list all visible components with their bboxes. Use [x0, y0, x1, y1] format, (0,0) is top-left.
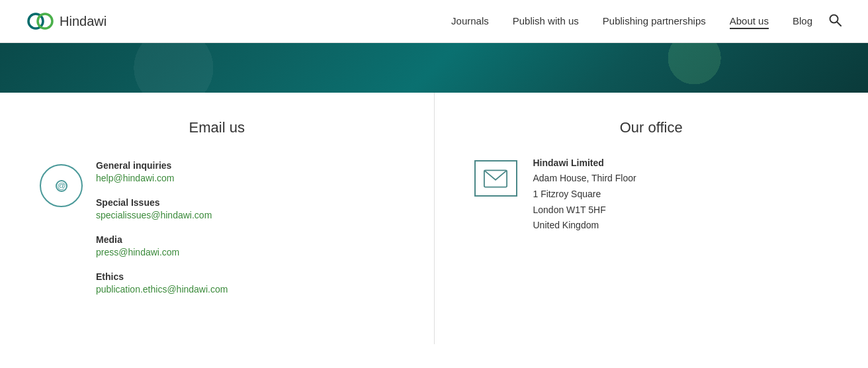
nav-item-publish[interactable]: Publish with us	[513, 15, 579, 27]
contact-ethics: Ethics publication.ethics@hindawi.com	[96, 271, 228, 295]
nav-item-journals[interactable]: Journals	[451, 15, 489, 27]
svg-text:@: @	[57, 181, 65, 191]
svg-line-3	[837, 22, 841, 26]
media-email[interactable]: press@hindawi.com	[96, 247, 179, 257]
contact-entries: General inquiries help@hindawi.com Speci…	[96, 158, 228, 295]
nav-link-publish[interactable]: Publish with us	[513, 15, 579, 26]
email-section: Email us @ General inquiries help@hindaw…	[0, 93, 435, 344]
hero-banner	[0, 43, 868, 93]
at-sign-icon: @	[51, 175, 72, 197]
nav-item-blog[interactable]: Blog	[793, 15, 812, 27]
address-line-1: Adam House, Third Floor	[533, 171, 636, 187]
nav-item-about[interactable]: About us	[730, 15, 769, 27]
nav-link-blog[interactable]: Blog	[793, 15, 812, 26]
contact-media: Media press@hindawi.com	[96, 234, 228, 258]
address-line-2: 1 Fitzroy Square	[533, 187, 636, 203]
contact-special-issues: Special Issues specialissues@hindawi.com	[96, 197, 228, 221]
nav-links: Journals Publish with us Publishing part…	[451, 15, 812, 27]
email-section-title: Email us	[40, 119, 394, 136]
office-content: Hindawi Limited Adam House, Third Floor …	[474, 158, 829, 234]
address-line-4: United Kingdom	[533, 218, 636, 234]
nav-link-journals[interactable]: Journals	[451, 15, 489, 26]
content-area: Email us @ General inquiries help@hindaw…	[0, 93, 868, 344]
envelope-icon	[484, 169, 507, 188]
logo-icon	[26, 7, 54, 35]
special-issues-email[interactable]: specialissues@hindawi.com	[96, 210, 212, 220]
nav-link-partnerships[interactable]: Publishing partnerships	[603, 15, 706, 26]
logo-link[interactable]: Hindawi	[26, 7, 107, 35]
contact-item-group: @ General inquiries help@hindawi.com Spe…	[40, 158, 394, 295]
nav-item-partnerships[interactable]: Publishing partnerships	[603, 15, 706, 27]
address-line-3: London W1T 5HF	[533, 203, 636, 218]
office-section-title: Our office	[474, 119, 829, 136]
contact-general: General inquiries help@hindawi.com	[96, 160, 228, 184]
ethics-label: Ethics	[96, 271, 228, 282]
email-icon-wrap: @	[40, 164, 83, 207]
general-email[interactable]: help@hindawi.com	[96, 173, 175, 183]
svg-point-1	[38, 14, 52, 28]
logo-text: Hindawi	[60, 14, 107, 29]
office-info: Hindawi Limited Adam House, Third Floor …	[533, 158, 636, 234]
envelope-icon-wrap	[474, 160, 517, 197]
main-nav: Hindawi Journals Publish with us Publish…	[0, 0, 868, 43]
office-section: Our office Hindawi Limited Adam House, T…	[435, 93, 869, 344]
nav-link-about[interactable]: About us	[730, 15, 769, 29]
general-label: General inquiries	[96, 160, 228, 171]
company-name: Hindawi Limited	[533, 158, 636, 168]
media-label: Media	[96, 234, 228, 245]
ethics-email[interactable]: publication.ethics@hindawi.com	[96, 284, 228, 295]
search-icon[interactable]	[828, 13, 842, 30]
special-issues-label: Special Issues	[96, 197, 228, 208]
